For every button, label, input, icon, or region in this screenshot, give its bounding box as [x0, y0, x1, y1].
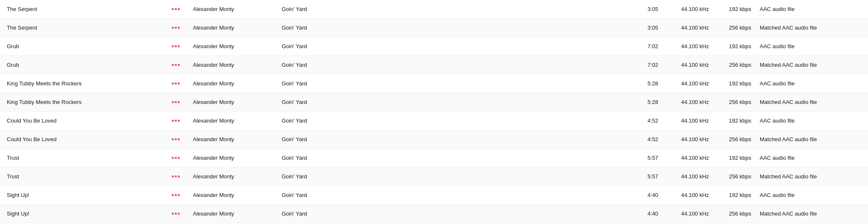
track-bitrate: 256 kbps: [717, 99, 760, 105]
dot-icon: [178, 45, 180, 47]
dot-icon: [175, 101, 177, 103]
dot-icon: [175, 175, 177, 178]
dot-icon: [175, 213, 177, 215]
dots-menu[interactable]: [172, 175, 193, 178]
dot-icon: [172, 27, 174, 29]
track-artist: Alexander Monty: [193, 173, 282, 180]
track-album: Goin' Yard: [282, 99, 366, 105]
track-album: Goin' Yard: [282, 6, 366, 12]
track-artist: Alexander Monty: [193, 136, 282, 142]
track-artist: Alexander Monty: [193, 62, 282, 68]
dots-menu[interactable]: [172, 138, 193, 140]
dot-icon: [172, 194, 174, 196]
track-format: AAC audio file: [760, 117, 861, 124]
table-row[interactable]: King Tubby Meets the Rockers Alexander M…: [0, 74, 868, 93]
dots-menu[interactable]: [172, 101, 193, 103]
track-bitrate: 192 kbps: [717, 117, 760, 124]
dot-icon: [172, 138, 174, 140]
track-artist: Alexander Monty: [193, 117, 282, 124]
track-format: AAC audio file: [760, 192, 861, 198]
track-list: The Serpent Alexander Monty Goin' Yard 3…: [0, 0, 868, 224]
track-artist: Alexander Monty: [193, 192, 282, 198]
track-artist: Alexander Monty: [193, 155, 282, 161]
track-title: Could You Be Loved: [7, 117, 172, 124]
track-samplerate: 44.100 kHz: [667, 173, 717, 180]
table-row[interactable]: Trust Alexander Monty Goin' Yard 5:57 44…: [0, 149, 868, 167]
track-format: AAC audio file: [760, 155, 861, 161]
track-bitrate: 256 kbps: [717, 173, 760, 180]
track-samplerate: 44.100 kHz: [667, 155, 717, 161]
track-album: Goin' Yard: [282, 62, 366, 68]
track-title: Trust: [7, 173, 172, 180]
table-row[interactable]: Grub Alexander Monty Goin' Yard 7:02 44.…: [0, 56, 868, 74]
dot-icon: [178, 138, 180, 140]
track-samplerate: 44.100 kHz: [667, 117, 717, 124]
table-row[interactable]: Could You Be Loved Alexander Monty Goin'…: [0, 130, 868, 149]
track-bitrate: 192 kbps: [717, 80, 760, 87]
dot-icon: [172, 8, 174, 10]
track-bitrate: 256 kbps: [717, 136, 760, 142]
dots-menu[interactable]: [172, 120, 193, 122]
track-format: Matched AAC audio file: [760, 136, 861, 142]
dot-icon: [172, 82, 174, 85]
track-duration: 4:52: [637, 136, 667, 142]
track-duration: 4:40: [637, 210, 667, 217]
dot-icon: [178, 194, 180, 196]
dots-menu[interactable]: [172, 27, 193, 29]
track-format: Matched AAC audio file: [760, 210, 861, 217]
track-title: Grub: [7, 62, 172, 68]
track-duration: 5:57: [637, 155, 667, 161]
dot-icon: [175, 45, 177, 47]
dot-icon: [172, 120, 174, 122]
dot-icon: [175, 8, 177, 10]
table-row[interactable]: Sight Up! Alexander Monty Goin' Yard 4:4…: [0, 186, 868, 205]
dots-menu[interactable]: [172, 194, 193, 196]
track-samplerate: 44.100 kHz: [667, 192, 717, 198]
track-album: Goin' Yard: [282, 173, 366, 180]
dots-menu[interactable]: [172, 82, 193, 85]
dots-menu[interactable]: [172, 45, 193, 47]
table-row[interactable]: Could You Be Loved Alexander Monty Goin'…: [0, 112, 868, 130]
table-row[interactable]: Sight Up! Alexander Monty Goin' Yard 4:4…: [0, 205, 868, 223]
dot-icon: [175, 194, 177, 196]
table-row[interactable]: Grub Alexander Monty Goin' Yard 7:02 44.…: [0, 37, 868, 56]
track-album: Goin' Yard: [282, 117, 366, 124]
track-artist: Alexander Monty: [193, 6, 282, 12]
track-samplerate: 44.100 kHz: [667, 6, 717, 12]
track-bitrate: 192 kbps: [717, 192, 760, 198]
dot-icon: [172, 45, 174, 47]
track-album: Goin' Yard: [282, 155, 366, 161]
dots-menu[interactable]: [172, 213, 193, 215]
track-bitrate: 256 kbps: [717, 25, 760, 31]
track-samplerate: 44.100 kHz: [667, 43, 717, 49]
dots-menu[interactable]: [172, 64, 193, 66]
track-title: King Tubby Meets the Rockers: [7, 80, 172, 87]
dot-icon: [178, 120, 180, 122]
dot-icon: [178, 82, 180, 85]
track-title: King Tubby Meets the Rockers: [7, 99, 172, 105]
track-duration: 3:05: [637, 6, 667, 12]
table-row[interactable]: Trust Alexander Monty Goin' Yard 5:57 44…: [0, 167, 868, 186]
track-duration: 5:28: [637, 80, 667, 87]
track-duration: 5:28: [637, 99, 667, 105]
track-duration: 3:05: [637, 25, 667, 31]
track-duration: 5:57: [637, 173, 667, 180]
track-artist: Alexander Monty: [193, 25, 282, 31]
dots-menu[interactable]: [172, 157, 193, 159]
track-format: AAC audio file: [760, 80, 861, 87]
dot-icon: [175, 138, 177, 140]
track-artist: Alexander Monty: [193, 80, 282, 87]
track-bitrate: 256 kbps: [717, 210, 760, 217]
track-format: Matched AAC audio file: [760, 62, 861, 68]
track-title: Grub: [7, 43, 172, 49]
table-row[interactable]: The Serpent Alexander Monty Goin' Yard 3…: [0, 19, 868, 37]
dots-menu[interactable]: [172, 8, 193, 10]
dot-icon: [172, 213, 174, 215]
track-title: Could You Be Loved: [7, 136, 172, 142]
dot-icon: [178, 64, 180, 66]
track-format: Matched AAC audio file: [760, 173, 861, 180]
track-samplerate: 44.100 kHz: [667, 210, 717, 217]
table-row[interactable]: The Serpent Alexander Monty Goin' Yard 3…: [0, 0, 868, 19]
table-row[interactable]: King Tubby Meets the Rockers Alexander M…: [0, 93, 868, 112]
track-artist: Alexander Monty: [193, 99, 282, 105]
